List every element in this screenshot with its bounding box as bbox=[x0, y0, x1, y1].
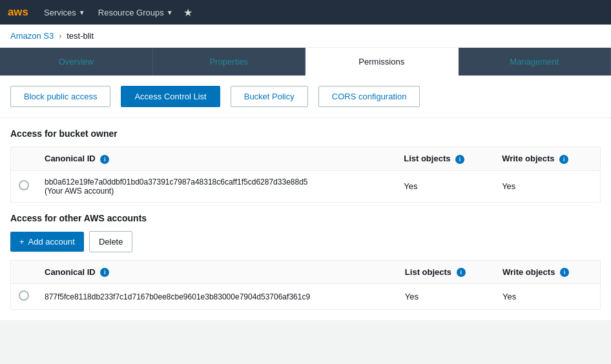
action-buttons-row: + Add account Delete bbox=[10, 231, 601, 252]
write-objects-cell-2: Yes bbox=[495, 284, 601, 310]
sub-tab-cors-configuration[interactable]: CORS configuration bbox=[318, 86, 420, 107]
breadcrumb-s3-link[interactable]: Amazon S3 bbox=[10, 31, 54, 41]
list-objects-col-header-2: List objects i bbox=[397, 260, 495, 284]
plus-icon: + bbox=[19, 237, 25, 247]
list-objects-info-icon[interactable]: i bbox=[455, 155, 464, 164]
select-col-header-2 bbox=[11, 260, 37, 284]
services-nav[interactable]: Services ▼ bbox=[39, 5, 90, 20]
bucket-owner-title: Access for bucket owner bbox=[10, 128, 601, 139]
main-content: Block public access Access Control List … bbox=[0, 76, 611, 320]
bucket-owner-table: Canonical ID i List objects i Write obje… bbox=[10, 147, 601, 203]
canonical-id-info-icon-2[interactable]: i bbox=[100, 268, 109, 277]
other-accounts-table: Canonical ID i List objects i Write obje… bbox=[10, 260, 601, 310]
other-accounts-title: Access for other AWS accounts bbox=[10, 213, 601, 223]
other-accounts-section: Access for other AWS accounts + Add acco… bbox=[0, 213, 611, 321]
canonical-id-cell: bb0a612e19fe7a0ddbf01bd0a37391c7987a4831… bbox=[37, 170, 396, 202]
select-col-header bbox=[11, 147, 37, 171]
write-objects-info-icon-2[interactable]: i bbox=[560, 268, 569, 277]
write-objects-info-icon[interactable]: i bbox=[559, 155, 568, 164]
favorites-star-icon[interactable]: ★ bbox=[183, 6, 192, 19]
row-radio-button-2[interactable] bbox=[19, 290, 29, 301]
tab-management[interactable]: Management bbox=[459, 48, 612, 76]
services-label: Services bbox=[44, 8, 76, 17]
tab-properties[interactable]: Properties bbox=[153, 48, 306, 76]
svg-text:aws: aws bbox=[8, 6, 28, 18]
aws-logo: aws bbox=[8, 1, 31, 24]
row-select-cell-2 bbox=[11, 284, 37, 310]
table-row: bb0a612e19fe7a0ddbf01bd0a37391c7987a4831… bbox=[11, 170, 601, 202]
breadcrumb-separator: › bbox=[59, 32, 61, 41]
row-radio-button[interactable] bbox=[19, 180, 29, 190]
canonical-id-value: bb0a612e19fe7a0ddbf01bd0a37391c7987a4831… bbox=[45, 177, 388, 187]
write-objects-col-header-2: Write objects i bbox=[495, 260, 601, 284]
canonical-id-value-2: 877f5fce8118db233f7c1d7167b0ee8cbe9601e3… bbox=[45, 292, 389, 301]
add-account-button[interactable]: + Add account bbox=[10, 232, 84, 252]
breadcrumb: Amazon S3 › test-blit bbox=[0, 25, 611, 48]
sub-tab-access-control-list[interactable]: Access Control List bbox=[121, 86, 220, 107]
main-tabs: Overview Properties Permissions Manageme… bbox=[0, 48, 611, 76]
sub-tab-block-public-access[interactable]: Block public access bbox=[10, 86, 110, 107]
canonical-id-cell-2: 877f5fce8118db233f7c1d7167b0ee8cbe9601e3… bbox=[37, 284, 397, 310]
top-nav: aws Services ▼ Resource Groups ▼ ★ bbox=[0, 0, 611, 25]
list-objects-info-icon-2[interactable]: i bbox=[457, 268, 466, 277]
sub-tab-bucket-policy[interactable]: Bucket Policy bbox=[231, 86, 308, 107]
services-chevron-icon: ▼ bbox=[79, 9, 85, 16]
your-account-label: (Your AWS account) bbox=[45, 187, 388, 196]
tab-permissions[interactable]: Permissions bbox=[306, 48, 459, 76]
write-objects-cell: Yes bbox=[494, 170, 600, 202]
list-objects-cell-2: Yes bbox=[397, 284, 495, 310]
sub-tabs: Block public access Access Control List … bbox=[0, 76, 611, 118]
table-row: 877f5fce8118db233f7c1d7167b0ee8cbe9601e3… bbox=[11, 284, 601, 310]
row-select-cell bbox=[11, 170, 37, 202]
bucket-owner-section: Access for bucket owner Canonical ID i L… bbox=[0, 118, 611, 213]
canonical-id-col-header-2: Canonical ID i bbox=[37, 260, 397, 284]
list-objects-cell: Yes bbox=[396, 170, 494, 202]
canonical-id-col-header: Canonical ID i bbox=[37, 147, 396, 171]
canonical-id-info-icon[interactable]: i bbox=[100, 155, 109, 164]
resource-groups-nav[interactable]: Resource Groups ▼ bbox=[93, 5, 178, 20]
breadcrumb-current-page: test-blit bbox=[67, 31, 94, 41]
delete-button[interactable]: Delete bbox=[89, 231, 133, 252]
write-objects-col-header: Write objects i bbox=[494, 147, 600, 171]
resource-groups-chevron-icon: ▼ bbox=[167, 9, 173, 16]
tab-overview[interactable]: Overview bbox=[0, 48, 153, 76]
list-objects-col-header: List objects i bbox=[396, 147, 494, 171]
resource-groups-label: Resource Groups bbox=[98, 8, 164, 17]
